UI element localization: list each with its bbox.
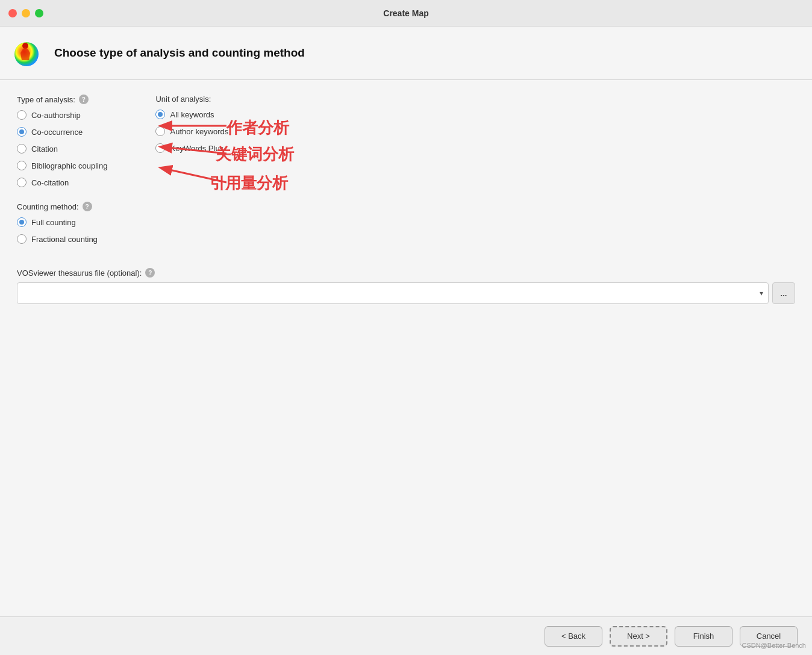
radio-full-counting-label: Full counting — [31, 218, 76, 227]
radio-author-keywords-label: Author keywords — [170, 127, 228, 136]
back-button[interactable]: < Back — [545, 626, 602, 647]
counting-method-label: Counting method: ? — [17, 202, 107, 211]
radio-co-citation[interactable]: Co-citation — [17, 178, 107, 187]
close-button[interactable] — [8, 9, 17, 17]
main-content: Choose type of analysis and counting met… — [0, 26, 812, 616]
radio-all-keywords[interactable]: All keywords — [155, 110, 228, 119]
counting-method-group: Full counting Fractional counting — [17, 217, 107, 244]
radio-fractional-counting[interactable]: Fractional counting — [17, 234, 107, 244]
thesaurus-help[interactable]: ? — [145, 268, 155, 278]
annotation-author: 作者分析 — [226, 117, 289, 138]
type-of-analysis-group: Co-authorship Co-occurrence Citation Bib… — [17, 110, 107, 187]
radio-fractional-counting-label: Fractional counting — [31, 235, 98, 244]
radio-keywords-plus-label: KeyWords Plus — [170, 144, 223, 153]
finish-button[interactable]: Finish — [675, 626, 732, 647]
radio-keywords-plus-input[interactable] — [155, 143, 165, 153]
radio-full-counting[interactable]: Full counting — [17, 217, 107, 227]
window-title: Create Map — [383, 8, 428, 18]
radio-bibliographic-coupling-input[interactable] — [17, 161, 27, 170]
chevron-down-icon: ▾ — [760, 289, 763, 297]
radio-co-authorship-label: Co-authorship — [31, 111, 81, 120]
radio-co-occurrence-input[interactable] — [17, 127, 27, 137]
thesaurus-input-row: ▾ ... — [17, 282, 795, 304]
radio-co-occurrence-label: Co-occurrence — [31, 128, 83, 137]
counting-method-help[interactable]: ? — [83, 202, 92, 211]
radio-keywords-plus[interactable]: KeyWords Plus — [155, 143, 228, 153]
app-icon — [12, 37, 43, 69]
next-button[interactable]: Next > — [610, 626, 667, 647]
radio-bibliographic-coupling[interactable]: Bibliographic coupling — [17, 161, 107, 170]
unit-of-analysis-group: All keywords Author keywords KeyWords Pl… — [155, 110, 228, 153]
form-area: Type of analysis: ? Co-authorship Co-occ… — [0, 80, 812, 616]
radio-all-keywords-label: All keywords — [170, 110, 214, 119]
radio-citation[interactable]: Citation — [17, 144, 107, 154]
header-section: Choose type of analysis and counting met… — [0, 26, 812, 80]
radio-fractional-counting-input[interactable] — [17, 234, 27, 244]
radio-full-counting-input[interactable] — [17, 217, 27, 227]
browse-button[interactable]: ... — [772, 282, 795, 304]
radio-all-keywords-input[interactable] — [155, 110, 165, 119]
radio-co-citation-input[interactable] — [17, 178, 27, 187]
unit-of-analysis-label: Unit of analysis: — [155, 95, 228, 104]
radio-citation-label: Citation — [31, 144, 58, 154]
radio-bibliographic-coupling-label: Bibliographic coupling — [31, 161, 107, 170]
type-of-analysis-help[interactable]: ? — [79, 95, 89, 104]
form-columns: Type of analysis: ? Co-authorship Co-occ… — [17, 95, 795, 258]
right-column: Unit of analysis: All keywords Author ke… — [155, 95, 228, 258]
radio-author-keywords[interactable]: Author keywords — [155, 126, 228, 136]
header-title: Choose type of analysis and counting met… — [54, 46, 305, 60]
thesaurus-label: VOSviewer thesaurus file (optional): ? — [17, 268, 795, 278]
thesaurus-select[interactable]: ▾ — [17, 282, 769, 304]
radio-citation-input[interactable] — [17, 144, 27, 154]
type-of-analysis-label: Type of analysis: ? — [17, 95, 107, 104]
radio-author-keywords-input[interactable] — [155, 126, 165, 136]
bottom-bar: < Back Next > Finish Cancel — [0, 616, 812, 655]
radio-co-citation-label: Co-citation — [31, 178, 69, 187]
thesaurus-section: VOSviewer thesaurus file (optional): ? ▾… — [17, 268, 795, 304]
radio-co-authorship-input[interactable] — [17, 110, 27, 120]
radio-co-authorship[interactable]: Co-authorship — [17, 110, 107, 120]
cancel-button[interactable]: Cancel — [740, 626, 798, 647]
left-column: Type of analysis: ? Co-authorship Co-occ… — [17, 95, 107, 258]
radio-co-occurrence[interactable]: Co-occurrence — [17, 127, 107, 137]
minimize-button[interactable] — [22, 9, 30, 17]
title-bar: Create Map — [0, 0, 812, 26]
window-controls — [8, 9, 43, 17]
maximize-button[interactable] — [35, 9, 43, 17]
